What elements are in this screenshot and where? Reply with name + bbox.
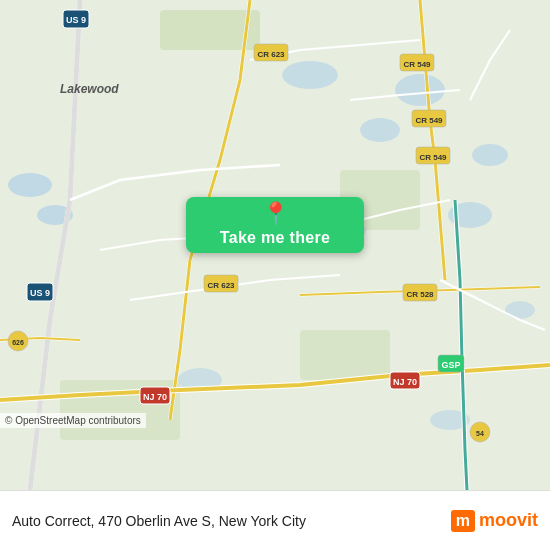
svg-text:US 9: US 9: [66, 15, 86, 25]
svg-text:GSP: GSP: [441, 360, 460, 370]
svg-text:CR 549: CR 549: [415, 116, 443, 125]
pin-icon: 📍: [262, 203, 289, 225]
svg-text:CR 528: CR 528: [406, 290, 434, 299]
svg-text:NJ 70: NJ 70: [143, 392, 167, 402]
svg-point-3: [282, 61, 338, 89]
svg-point-4: [360, 118, 400, 142]
svg-text:US 9: US 9: [30, 288, 50, 298]
map-container: US 9 US 9 NJ 70 NJ 70 CR 623 CR 623 CR 5…: [0, 0, 550, 490]
svg-point-5: [395, 74, 445, 106]
svg-text:626: 626: [12, 339, 24, 346]
svg-text:CR 549: CR 549: [419, 153, 447, 162]
svg-text:NJ 70: NJ 70: [393, 377, 417, 387]
bottom-bar: Auto Correct, 470 Oberlin Ave S, New Yor…: [0, 490, 550, 550]
svg-point-11: [505, 301, 535, 319]
svg-text:54: 54: [476, 430, 484, 437]
address-text: Auto Correct, 470 Oberlin Ave S, New Yor…: [12, 513, 451, 529]
svg-text:CR 623: CR 623: [257, 50, 285, 59]
svg-rect-15: [300, 330, 390, 380]
svg-text:CR 549: CR 549: [403, 60, 431, 69]
map-attribution: © OpenStreetMap contributors: [0, 413, 146, 428]
button-label: Take me there: [220, 229, 330, 247]
moovit-logo-text: moovit: [479, 510, 538, 531]
svg-text:CR 623: CR 623: [207, 281, 235, 290]
svg-point-6: [472, 144, 508, 166]
svg-text:Lakewood: Lakewood: [60, 82, 119, 96]
moovit-logo: m moovit: [451, 510, 538, 532]
moovit-logo-letter: m: [451, 510, 475, 532]
svg-point-1: [8, 173, 52, 197]
take-me-there-button[interactable]: 📍 Take me there: [186, 197, 364, 253]
